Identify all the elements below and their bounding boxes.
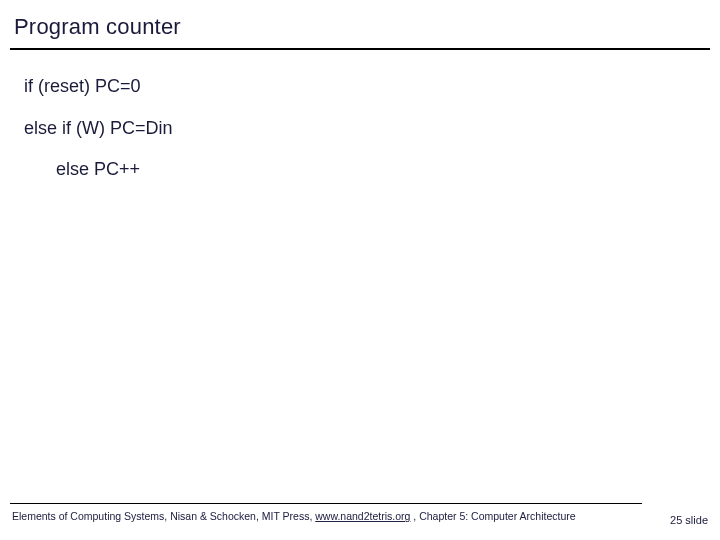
body-line-1: if (reset) PC=0 <box>24 76 696 98</box>
body-line-3: else PC++ <box>56 159 696 181</box>
footer-prefix: Elements of Computing Systems, Nisan & S… <box>12 510 315 522</box>
page-number: 25 slide <box>670 514 708 526</box>
slide-title: Program counter <box>14 14 181 40</box>
footer-rule <box>10 503 642 504</box>
slide-body: if (reset) PC=0 else if (W) PC=Din else … <box>24 72 696 181</box>
slide: Program counter if (reset) PC=0 else if … <box>0 0 720 540</box>
footer-text: Elements of Computing Systems, Nisan & S… <box>12 510 576 522</box>
footer-suffix: , Chapter 5: Computer Architecture <box>410 510 575 522</box>
body-line-2: else if (W) PC=Din <box>24 118 696 140</box>
footer-link[interactable]: www.nand2tetris.org <box>315 510 410 522</box>
title-rule <box>10 48 710 50</box>
